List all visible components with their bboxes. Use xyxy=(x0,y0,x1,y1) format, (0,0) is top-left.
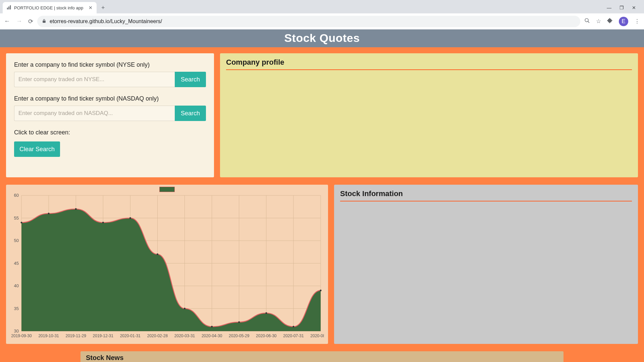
svg-rect-2 xyxy=(10,5,11,9)
svg-point-37 xyxy=(157,253,158,255)
svg-point-43 xyxy=(320,290,322,291)
minimize-icon[interactable]: — xyxy=(607,5,611,10)
extensions-icon[interactable] xyxy=(607,18,613,25)
svg-rect-1 xyxy=(8,6,9,9)
browser-chrome: PORTFOLIO EDGE | stock info app ✕ + — ❐ … xyxy=(0,0,644,29)
star-icon[interactable]: ☆ xyxy=(596,18,601,25)
svg-text:2020-04-30: 2020-04-30 xyxy=(202,334,222,338)
svg-text:2020-06-30: 2020-06-30 xyxy=(256,334,277,338)
new-tab-button[interactable]: + xyxy=(99,4,107,11)
lock-icon xyxy=(42,19,46,24)
svg-point-32 xyxy=(21,222,22,224)
reload-icon[interactable]: ⟳ xyxy=(28,18,33,25)
nyse-label: Enter a company to find ticker symbol (N… xyxy=(14,61,206,68)
forward-icon[interactable]: → xyxy=(16,18,22,25)
svg-text:2020-08-28: 2020-08-28 xyxy=(310,334,324,338)
stock-news-panel: Stock News xyxy=(80,351,564,362)
tab-bar: PORTFOLIO EDGE | stock info app ✕ + — ❐ … xyxy=(0,0,644,13)
svg-text:60: 60 xyxy=(14,193,19,198)
address-bar[interactable]: etorres-revature.github.io/Lucky_Mountai… xyxy=(37,16,580,27)
svg-text:35: 35 xyxy=(14,306,19,311)
clear-search-button[interactable]: Clear Search xyxy=(14,141,60,157)
page-content: Stock Quotes Enter a company to find tic… xyxy=(0,29,644,362)
svg-text:2019-10-31: 2019-10-31 xyxy=(38,334,59,338)
stock-news-title: Stock News xyxy=(86,354,558,362)
svg-point-36 xyxy=(129,217,131,219)
window-controls: — ❐ ✕ xyxy=(607,5,641,10)
nasdaq-label: Enter a company to find ticker symbol (N… xyxy=(14,95,206,102)
close-icon[interactable]: ✕ xyxy=(89,5,93,10)
stock-chart-panel: 303540455055602019-09-302019-10-312019-1… xyxy=(6,185,328,344)
search-panel: Enter a company to find ticker symbol (N… xyxy=(6,53,214,177)
svg-text:45: 45 xyxy=(14,261,19,266)
stock-chart: 303540455055602019-09-302019-10-312019-1… xyxy=(10,188,324,341)
divider xyxy=(226,69,632,70)
svg-point-33 xyxy=(48,213,50,215)
nyse-search-button[interactable]: Search xyxy=(175,72,206,87)
svg-point-41 xyxy=(265,312,267,314)
window-close-icon[interactable]: ✕ xyxy=(632,5,636,10)
clear-label: Click to clear screen: xyxy=(14,129,206,136)
company-profile-title: Company profile xyxy=(226,58,632,67)
svg-text:55: 55 xyxy=(14,216,19,221)
svg-text:2020-03-31: 2020-03-31 xyxy=(174,334,195,338)
svg-point-42 xyxy=(292,326,294,327)
tab-title: PORTFOLIO EDGE | stock info app xyxy=(14,5,86,10)
menu-icon[interactable]: ⋮ xyxy=(634,18,640,25)
page-title: Stock Quotes xyxy=(0,29,644,47)
back-icon[interactable]: ← xyxy=(4,18,10,25)
svg-text:2019-12-31: 2019-12-31 xyxy=(93,334,114,338)
nyse-input[interactable] xyxy=(14,72,175,87)
stock-info-title: Stock Information xyxy=(340,189,632,198)
svg-point-39 xyxy=(211,326,213,327)
svg-point-40 xyxy=(238,321,240,323)
browser-tab[interactable]: PORTFOLIO EDGE | stock info app ✕ xyxy=(3,2,97,13)
svg-line-4 xyxy=(588,21,589,22)
svg-point-38 xyxy=(184,308,185,309)
nasdaq-input[interactable] xyxy=(14,106,175,121)
zoom-icon[interactable] xyxy=(584,18,590,25)
svg-text:2020-01-31: 2020-01-31 xyxy=(120,334,141,338)
svg-text:2020-05-29: 2020-05-29 xyxy=(229,334,250,338)
svg-text:2020-02-28: 2020-02-28 xyxy=(147,334,168,338)
maximize-icon[interactable]: ❐ xyxy=(620,5,624,10)
svg-text:40: 40 xyxy=(14,283,19,288)
stock-info-panel: Stock Information xyxy=(334,185,638,344)
svg-point-34 xyxy=(75,208,77,210)
svg-text:30: 30 xyxy=(14,328,19,334)
divider xyxy=(340,201,632,201)
nasdaq-search-button[interactable]: Search xyxy=(175,106,206,121)
svg-text:2020-07-31: 2020-07-31 xyxy=(283,334,304,338)
legend-swatch xyxy=(159,187,175,192)
svg-text:2019-09-30: 2019-09-30 xyxy=(11,334,32,338)
svg-text:50: 50 xyxy=(14,238,19,243)
svg-rect-0 xyxy=(7,7,8,9)
svg-point-3 xyxy=(585,18,588,22)
url-text: etorres-revature.github.io/Lucky_Mountai… xyxy=(50,18,162,24)
company-profile-panel: Company profile xyxy=(220,53,638,177)
svg-text:2019-11-29: 2019-11-29 xyxy=(65,334,86,338)
avatar[interactable]: E xyxy=(619,17,628,26)
toolbar: ← → ⟳ etorres-revature.github.io/Lucky_M… xyxy=(0,13,644,29)
svg-point-35 xyxy=(102,222,104,224)
chart-icon xyxy=(7,5,11,11)
